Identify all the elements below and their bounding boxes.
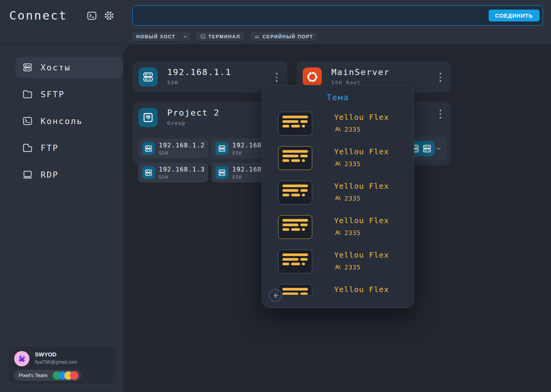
serial-port-icon — [254, 34, 260, 39]
users-icon — [334, 229, 342, 237]
theme-option[interactable]: Yellou Flex 2335 — [278, 284, 414, 295]
server-icon — [142, 166, 155, 179]
theme-name: Yellou Flex — [334, 285, 389, 294]
server-icon — [142, 142, 155, 155]
sidebar-item-sftp[interactable]: SFTP — [15, 83, 123, 105]
sidebar-item-label: FTP — [41, 143, 59, 153]
theme-list: Yellou Flex 2335 Yellou Flex 2335 — [262, 112, 414, 295]
terminal-icon — [22, 115, 33, 127]
new-host-button[interactable]: НОВЫЙ ХОСТ — [132, 32, 179, 41]
folder-tab-icon — [22, 142, 33, 154]
host-protocol: SSH — [159, 175, 168, 180]
host-address-bar: СОЕДИНИТЬ — [132, 5, 543, 26]
server-icon — [215, 166, 228, 179]
team-dot — [70, 371, 78, 380]
sidebar: Хосты SFTP Консоль FTP RDP — [0, 57, 123, 191]
host-name: 192.168.1.2 — [159, 142, 205, 149]
host-address-input[interactable] — [139, 12, 489, 19]
avatar — [14, 351, 29, 366]
chevron-down-icon — [435, 145, 442, 152]
group-host-chip[interactable]: 192.168.1.3 SSH — [138, 163, 208, 183]
sidebar-item-ftp[interactable]: FTP — [15, 137, 123, 158]
toolbar: НОВЫЙ ХОСТ ТЕРМИНАЛ СЕРИЙНЫЙ ПОРТ — [132, 32, 317, 41]
host-name: 192.168.1.3 — [159, 166, 205, 173]
gear-icon[interactable] — [103, 10, 115, 21]
theme-preview — [278, 181, 312, 204]
server-icon — [215, 142, 228, 155]
user-email: IlyaT66@gmail.com — [35, 359, 77, 365]
team-name: Pixel's Team — [19, 372, 47, 378]
host-protocol: SSH — [232, 150, 242, 156]
arrow-left-icon — [268, 288, 283, 303]
sidebar-item-label: RDP — [41, 170, 59, 180]
users-icon — [334, 263, 342, 271]
host-protocol: SSH — [232, 175, 242, 180]
terminal-icon[interactable] — [86, 10, 98, 21]
host-protocol: SSH — [167, 80, 178, 85]
kebab-menu-icon[interactable] — [438, 71, 443, 83]
users-icon — [334, 160, 342, 168]
theme-option[interactable]: Yellou Flex 2335 — [278, 181, 414, 204]
new-host-label: НОВЫЙ ХОСТ — [136, 34, 176, 39]
group-name: Project 2 — [167, 108, 220, 118]
host-protocol: SSH Root — [331, 80, 361, 85]
theme-users-count: 2335 — [344, 229, 361, 237]
theme-name: Yellou Flex — [334, 250, 389, 260]
theme-users-count: 2335 — [344, 195, 361, 202]
server-icon — [139, 67, 158, 87]
host-name: MainServer — [331, 67, 390, 77]
theme-option[interactable]: Yellou Flex 2335 — [278, 215, 414, 239]
header-bar: Connect СОЕДИНИТЬ НОВЫЙ ХОСТ ТЕРМИНАЛ СЕ… — [0, 0, 551, 45]
theme-users-count: 2335 — [344, 264, 361, 271]
theme-preview — [278, 112, 312, 136]
theme-preview — [278, 284, 312, 295]
host-protocol: SSH — [159, 150, 168, 156]
host-name: 192.168 — [232, 142, 262, 149]
serial-port-label: СЕРИЙНЫЙ ПОРТ — [262, 34, 313, 39]
back-button[interactable] — [268, 288, 283, 303]
new-host-dropdown-button[interactable] — [180, 32, 190, 41]
app-title: Connect — [9, 8, 67, 22]
theme-name: Yellou Flex — [334, 147, 389, 156]
serial-port-button[interactable]: СЕРИЙНЫЙ ПОРТ — [250, 32, 317, 41]
user-card[interactable]: SWYOD IlyaT66@gmail.com Pixel's Team — [8, 346, 117, 384]
theme-option[interactable]: Yellou Flex 2335 — [278, 112, 414, 136]
sidebar-item-label: Консоль — [41, 116, 83, 126]
team-chip[interactable]: Pixel's Team — [14, 370, 81, 381]
server-icon — [419, 141, 435, 156]
theme-preview — [278, 146, 312, 170]
theme-popup: Тема Yellou Flex 2335 Yellou Flex — [262, 85, 414, 308]
laptop-icon — [22, 169, 33, 180]
sidebar-item-hosts[interactable]: Хосты — [15, 57, 123, 78]
popup-title: Тема — [262, 93, 414, 102]
sidebar-item-label: Хосты — [41, 63, 71, 72]
theme-users-count: 2335 — [344, 160, 361, 168]
theme-option[interactable]: Yellou Flex 2335 — [278, 250, 414, 273]
chevron-down-icon — [183, 34, 188, 39]
terminal-button[interactable]: ТЕРМИНАЛ — [196, 32, 244, 41]
host-name: 192.168 — [232, 166, 262, 173]
sidebar-item-label: SFTP — [41, 90, 65, 99]
kebab-menu-icon[interactable] — [438, 108, 443, 120]
theme-name: Yellou Flex — [334, 181, 389, 191]
user-name: SWYOD — [35, 351, 57, 358]
server-icon — [22, 62, 33, 73]
theme-preview — [278, 215, 312, 239]
ubuntu-icon — [303, 67, 322, 87]
theme-option[interactable]: Yellou Flex 2335 — [278, 146, 414, 170]
users-icon — [334, 126, 342, 133]
project-group-icon — [139, 108, 158, 127]
connect-button[interactable]: СОЕДИНИТЬ — [489, 10, 540, 21]
theme-users-count: 2335 — [344, 126, 361, 133]
terminal-icon — [200, 34, 206, 39]
sidebar-item-rdp[interactable]: RDP — [15, 164, 123, 185]
theme-name: Yellou Flex — [334, 216, 389, 225]
terminal-label: ТЕРМИНАЛ — [209, 34, 240, 39]
group-host-chip[interactable]: 192.168.1.2 SSH — [138, 139, 208, 158]
kebab-menu-icon[interactable] — [274, 71, 279, 83]
group-type: Group — [167, 120, 186, 126]
sidebar-item-console[interactable]: Консоль — [15, 110, 123, 132]
users-icon — [334, 194, 342, 202]
folder-icon — [22, 88, 33, 100]
theme-preview — [278, 250, 312, 273]
